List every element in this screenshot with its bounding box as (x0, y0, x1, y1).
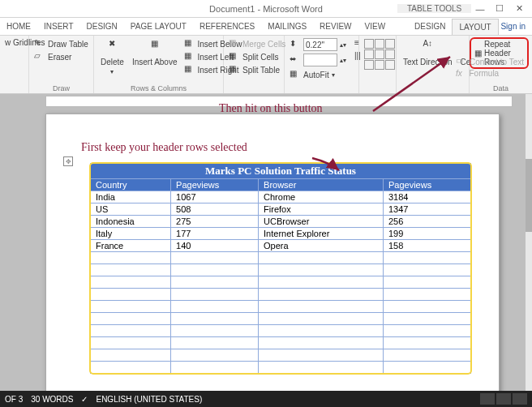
align-tr-button[interactable] (385, 39, 395, 49)
table-cell[interactable]: Opera (259, 240, 384, 252)
table-cell[interactable]: 158 (383, 240, 470, 252)
table-cell[interactable] (91, 349, 171, 362)
align-bc-button[interactable] (375, 60, 384, 70)
context-tab-design[interactable]: DESIGN (408, 19, 452, 35)
table-cell[interactable] (171, 301, 259, 313)
row-height-input[interactable]: ⬍0.22"▴▾ (288, 37, 348, 52)
table-cell[interactable]: Chrome (259, 191, 384, 204)
word-count[interactable]: 30 WORDS (31, 395, 73, 404)
table-cell[interactable] (91, 325, 171, 337)
delete-button[interactable]: ✖Delete▾ (97, 37, 127, 78)
table-cell[interactable] (383, 264, 470, 276)
column-header[interactable]: Pageviews (171, 179, 259, 191)
column-header[interactable]: Country (91, 179, 171, 191)
page-indicator[interactable]: OF 3 (5, 395, 23, 404)
table-cell[interactable] (259, 289, 384, 301)
table-title[interactable]: Marks PC Solution Traffic Status (91, 164, 471, 179)
align-mc-button[interactable] (375, 49, 384, 59)
table-cell[interactable]: 3184 (383, 191, 470, 204)
table-cell[interactable]: France (91, 240, 171, 252)
table-cell[interactable] (91, 337, 171, 349)
table-cell[interactable] (259, 264, 384, 276)
language-indicator[interactable]: ENGLISH (UNITED STATES) (96, 395, 202, 404)
proofing-icon[interactable]: ✓ (81, 395, 88, 404)
table-cell[interactable] (259, 349, 384, 362)
merge-cells-button[interactable]: ▦Merge Cells (227, 37, 287, 50)
tab-page-layout[interactable]: PAGE LAYOUT (124, 19, 193, 34)
close-icon[interactable]: ✕ (511, 3, 527, 15)
tab-design[interactable]: DESIGN (80, 19, 124, 34)
tab-review[interactable]: REVIEW (313, 19, 358, 34)
table-cell[interactable]: 199 (383, 228, 470, 240)
column-header[interactable]: Pageviews (383, 179, 470, 191)
maximize-icon[interactable]: ☐ (491, 3, 508, 15)
split-cells-button[interactable]: ▦Split Cells (227, 50, 287, 63)
autofit-button[interactable]: ▦AutoFit▾ (288, 68, 348, 81)
table-cell[interactable] (259, 301, 384, 313)
table-cell[interactable] (171, 325, 259, 337)
table-cell[interactable]: Indonesia (91, 216, 171, 228)
table-cell[interactable] (383, 289, 470, 301)
web-layout-button[interactable] (513, 393, 527, 405)
table-cell[interactable] (91, 252, 171, 264)
table-cell[interactable] (171, 337, 259, 349)
table-cell[interactable]: Firefox (259, 204, 384, 216)
scrollbar-thumb[interactable] (526, 159, 532, 232)
formula-button[interactable]: fx Formula (454, 68, 526, 79)
table-cell[interactable] (259, 325, 384, 337)
tab-references[interactable]: REFERENCES (193, 19, 261, 34)
table-cell[interactable]: 1067 (171, 191, 259, 204)
table-cell[interactable] (383, 349, 470, 362)
table-cell[interactable]: 140 (171, 240, 259, 252)
column-header[interactable]: Browser (259, 179, 384, 191)
tab-home[interactable]: HOME (0, 19, 37, 34)
table-cell[interactable] (91, 276, 171, 289)
table-cell[interactable] (171, 264, 259, 276)
align-tc-button[interactable] (375, 39, 384, 49)
table-cell[interactable] (383, 276, 470, 289)
table-cell[interactable] (383, 313, 470, 325)
table-cell[interactable] (91, 264, 171, 276)
table-cell[interactable]: US (91, 204, 171, 216)
table-cell[interactable] (259, 362, 384, 374)
table-cell[interactable] (259, 337, 384, 349)
col-width-input[interactable]: ⬌▴▾ (288, 53, 348, 67)
align-bl-button[interactable] (364, 60, 374, 70)
table-cell[interactable] (171, 252, 259, 264)
table-cell[interactable] (91, 289, 171, 301)
table-cell[interactable] (91, 301, 171, 313)
table-cell[interactable]: 256 (383, 216, 470, 228)
table-cell[interactable] (259, 313, 384, 325)
sign-in-link[interactable]: Sign in (500, 22, 532, 31)
read-mode-button[interactable] (480, 393, 495, 405)
tab-view[interactable]: VIEW (358, 19, 393, 34)
table-cell[interactable] (91, 362, 171, 374)
table-cell[interactable] (383, 301, 470, 313)
tab-mailings[interactable]: MAILINGS (261, 19, 313, 34)
table-cell[interactable]: Internet Explorer (259, 228, 384, 240)
table-cell[interactable]: 275 (171, 216, 259, 228)
align-mr-button[interactable] (385, 49, 395, 59)
convert-to-text-button[interactable]: ▭Convert to Text (454, 55, 526, 68)
table-cell[interactable] (171, 289, 259, 301)
table-cell[interactable] (171, 349, 259, 362)
table-move-handle[interactable]: ✥ (63, 156, 73, 166)
table-cell[interactable] (259, 252, 384, 264)
table-cell[interactable]: India (91, 191, 171, 204)
tab-insert[interactable]: INSERT (37, 19, 80, 34)
table-cell[interactable] (171, 362, 259, 374)
table-cell[interactable]: 1347 (383, 204, 470, 216)
table-cell[interactable] (171, 276, 259, 289)
insert-above-button[interactable]: ▦Insert Above (129, 37, 181, 68)
align-tl-button[interactable] (364, 39, 374, 49)
table-cell[interactable] (383, 325, 470, 337)
draw-table-button[interactable]: ✎Draw Table (32, 37, 90, 50)
table-cell[interactable] (383, 362, 470, 374)
table-cell[interactable] (383, 252, 470, 264)
align-ml-button[interactable] (364, 49, 374, 59)
eraser-button[interactable]: ▱Eraser (32, 50, 90, 63)
split-table-button[interactable]: ▦Split Table (227, 63, 287, 76)
print-layout-button[interactable] (496, 393, 511, 405)
table-cell[interactable]: 177 (171, 228, 259, 240)
minimize-icon[interactable]: — (472, 3, 488, 15)
